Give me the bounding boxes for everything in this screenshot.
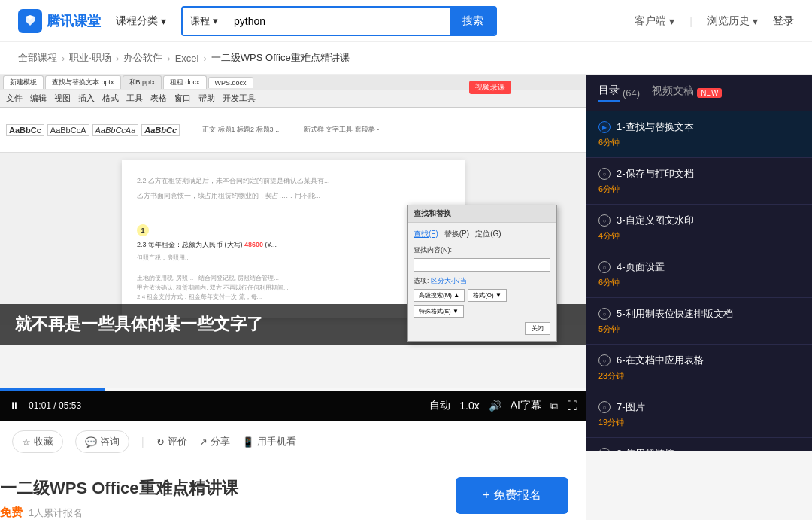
transcript-tab-container: 视频文稿 NEW: [652, 84, 722, 101]
play-icon-2: ○: [598, 168, 611, 180]
tab-catalog[interactable]: 目录: [598, 84, 620, 102]
course-info: 一二级WPS Office重难点精讲课 免费 1人累计报名: [0, 462, 441, 520]
content-area: 新建模板 查找与替换文本.pptx 和B.pptx 租租.docx WPS.do…: [0, 75, 812, 520]
catalog-count: (64): [623, 87, 640, 99]
logo[interactable]: 腾讯课堂: [18, 9, 101, 33]
sidebar-item-4[interactable]: ○ 4-页面设置 6分钟: [586, 251, 812, 298]
find-replace-dialog: 查找和替换 查找(F) 替换(P) 定位(G) 查找内容(N): 选项: 区分大…: [407, 205, 557, 342]
sidebar-items-list: ▶ 1-查找与替换文本 6分钟 ○ 2-保存与打印文档 6分钟 ○ 3-自定义图…: [586, 111, 812, 451]
bottom-left: 一二级WPS Office重难点精讲课 免费 1人累计报名: [0, 462, 441, 520]
fullscreen-button[interactable]: ⛶: [567, 400, 577, 412]
nav-client[interactable]: 客户端 ▾: [635, 14, 674, 28]
recording-badge: 视频录课: [469, 81, 511, 94]
sidebar-header: 目录 (64) 视频文稿 NEW: [586, 75, 812, 111]
search-bar: 课程 ▾ 搜索: [181, 6, 497, 36]
play-icon-1: ▶: [598, 121, 611, 133]
chevron-down-icon: ▾: [753, 15, 758, 27]
phone-icon: 📱: [242, 436, 254, 448]
sidebar-item-5[interactable]: ○ 5-利用制表位快速排版文档 5分钟: [586, 298, 812, 345]
ai-caption-button[interactable]: AI字幕: [511, 399, 541, 412]
breadcrumb-item-career[interactable]: 职业·职场: [69, 51, 111, 65]
video-actions: ☆ 收藏 💬 咨询 | ↻ 评价 ↗ 分享 📱 用手机看: [0, 421, 586, 462]
play-icon-8: ○: [598, 448, 611, 451]
chevron-down-icon: ▾: [213, 15, 218, 26]
bottom-section: 一二级WPS Office重难点精讲课 免费 1人累计报名 + 免费报名: [0, 462, 586, 520]
video-controls: ⏸ 01:01 / 05:53 自动 1.0x 🔊 AI字幕 ⧉ ⛶: [0, 391, 586, 421]
breadcrumb-item-all[interactable]: 全部课程: [18, 51, 57, 65]
enroll-count: 1人累计报名: [29, 506, 83, 520]
review-link[interactable]: ↻ 评价: [156, 435, 187, 449]
consult-button[interactable]: 💬 咨询: [75, 430, 129, 453]
course-meta: 免费 1人累计报名: [0, 506, 441, 520]
breadcrumb-sep: ›: [167, 53, 170, 64]
search-button[interactable]: 搜索: [450, 8, 495, 35]
search-type-select[interactable]: 课程 ▾: [183, 8, 226, 35]
word-body: 2.2 乙方在租赁期满足后，未本合同约定的前提是确认乙某具有... 乙方书面同意…: [0, 153, 586, 325]
new-badge: NEW: [697, 88, 722, 98]
price-tag: 免费: [0, 506, 23, 520]
sidebar-item-2[interactable]: ○ 2-保存与打印文档 6分钟: [586, 158, 812, 205]
play-icon-7: ○: [598, 401, 611, 413]
action-divider: |: [141, 436, 144, 448]
breadcrumb-item-excel[interactable]: Excel: [175, 53, 199, 64]
volume-button[interactable]: 🔊: [489, 400, 501, 412]
header-right: 客户端 ▾ | 浏览历史 ▾ 登录: [635, 14, 794, 28]
logo-icon: [18, 9, 42, 33]
breadcrumb-current: 一二级WPS Office重难点精讲课: [211, 51, 350, 65]
sidebar-item-8[interactable]: ○ 8-使用超链接: [586, 438, 812, 451]
tab-transcript[interactable]: 视频文稿: [652, 84, 694, 101]
star-icon: ☆: [22, 436, 31, 448]
search-input[interactable]: [226, 8, 450, 35]
speed-button[interactable]: 1.0x: [459, 400, 479, 412]
video-content: 新建模板 查找与替换文本.pptx 和B.pptx 租租.docx WPS.do…: [0, 75, 586, 391]
pip-button[interactable]: ⧉: [550, 400, 558, 412]
share-icon: ↗: [199, 436, 208, 448]
video-player[interactable]: 新建模板 查找与替换文本.pptx 和B.pptx 租租.docx WPS.do…: [0, 75, 586, 421]
doc-tab-b: 和B.pptx: [123, 75, 162, 89]
play-icon-6: ○: [598, 354, 611, 366]
breadcrumb-sep: ›: [116, 53, 119, 64]
word-ribbon: AaBbCc AaBbCcA AaBbCcAa AaBbCc 正文 标题1 标题…: [0, 108, 586, 153]
share-link[interactable]: ↗ 分享: [199, 435, 230, 449]
header-divider: |: [689, 15, 692, 27]
login-button[interactable]: 登录: [773, 14, 794, 28]
pause-button[interactable]: ⏸: [9, 400, 20, 412]
doc-tab-find: 查找与替换文本.pptx: [45, 75, 121, 89]
left-content: 新建模板 查找与替换文本.pptx 和B.pptx 租租.docx WPS.do…: [0, 75, 586, 520]
enroll-section: + 免费报名: [456, 462, 568, 514]
font-preview: AaBbCc AaBbCcA AaBbCcAa AaBbCc: [6, 124, 180, 136]
doc-tab-rent: 租租.docx: [163, 75, 207, 89]
breadcrumb-item-office[interactable]: 办公软件: [123, 51, 162, 65]
chevron-down-icon: ▾: [161, 15, 166, 27]
play-icon-3: ○: [598, 214, 611, 227]
sidebar-item-3[interactable]: ○ 3-自定义图文水印 4分钟: [586, 205, 812, 251]
breadcrumb-sep: ›: [62, 53, 65, 64]
header: 腾讯课堂 课程分类 ▾ 课程 ▾ 搜索 客户端 ▾ | 浏览历史 ▾ 登录: [0, 0, 812, 42]
logo-text: 腾讯课堂: [47, 12, 101, 30]
sidebar-item-6[interactable]: ○ 6-在文档中应用表格 23分钟: [586, 345, 812, 391]
progress-bar[interactable]: [0, 388, 586, 391]
chevron-down-icon: ▾: [669, 15, 674, 27]
progress-bar-fill: [0, 388, 105, 391]
doc-tab-template: 新建模板: [3, 75, 44, 89]
sidebar: 目录 (64) 视频文稿 NEW ▶ 1-查找与替换文本 6分钟 ○ 2-保存与…: [586, 75, 812, 451]
phone-link[interactable]: 📱 用手机看: [242, 435, 296, 449]
doc-tab-wps: WPS.docx: [208, 77, 253, 88]
sidebar-item-1[interactable]: ▶ 1-查找与替换文本 6分钟: [586, 111, 812, 158]
course-title: 一二级WPS Office重难点精讲课: [0, 477, 441, 500]
play-icon-5: ○: [598, 308, 611, 320]
breadcrumb-sep: ›: [203, 53, 206, 64]
sidebar-item-7[interactable]: ○ 7-图片 19分钟: [586, 391, 812, 438]
collect-button[interactable]: ☆ 收藏: [12, 430, 63, 453]
chat-icon: 💬: [85, 436, 97, 448]
play-icon-4: ○: [598, 261, 611, 273]
time-display: 01:01 / 05:53: [29, 400, 81, 411]
nav-category[interactable]: 课程分类 ▾: [116, 14, 166, 28]
refresh-icon: ↻: [156, 436, 165, 448]
auto-label[interactable]: 自动: [429, 399, 450, 412]
breadcrumb: 全部课程 › 职业·职场 › 办公软件 › Excel › 一二级WPS Off…: [0, 42, 812, 75]
enroll-button[interactable]: + 免费报名: [456, 477, 568, 514]
nav-history[interactable]: 浏览历史 ▾: [707, 14, 758, 28]
catalog-tab-container: 目录 (64): [598, 84, 640, 102]
